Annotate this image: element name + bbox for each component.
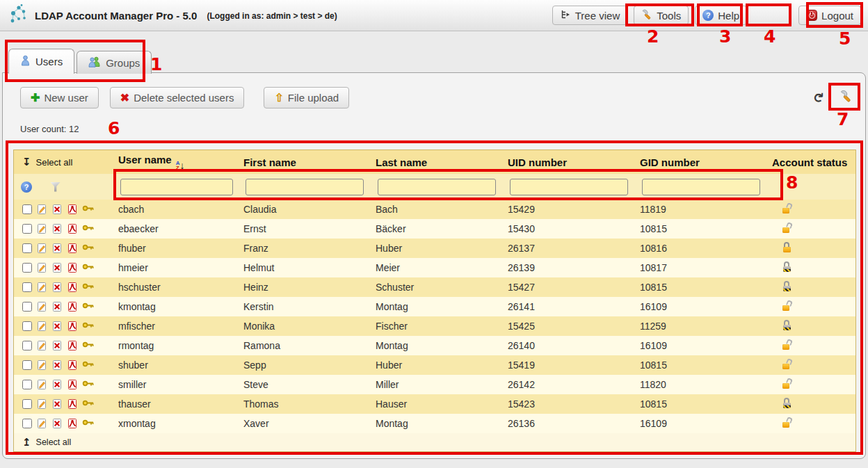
filter-input-username[interactable]: [120, 179, 233, 195]
password-key-icon[interactable]: [82, 379, 93, 390]
edit-user-icon[interactable]: [36, 204, 47, 215]
delete-selected-users-button[interactable]: ✖ Delete selected users: [110, 87, 245, 108]
password-key-icon[interactable]: [82, 340, 93, 351]
delete-user-icon[interactable]: [51, 204, 63, 215]
refresh-icon[interactable]: ↻: [811, 92, 827, 104]
pdf-icon[interactable]: [67, 262, 78, 273]
pdf-icon[interactable]: [67, 418, 78, 429]
cell-username[interactable]: mfischer: [116, 321, 241, 332]
edit-user-icon[interactable]: [36, 223, 47, 234]
tools-button[interactable]: Tools: [634, 6, 689, 25]
password-key-icon[interactable]: [82, 223, 93, 234]
cell-username[interactable]: ebaecker: [116, 223, 241, 234]
edit-user-icon[interactable]: [36, 321, 47, 332]
cell-username[interactable]: rmontag: [116, 340, 241, 351]
sort-az-icon[interactable]: AZ↓: [176, 160, 185, 171]
password-key-icon[interactable]: [82, 321, 93, 332]
delete-user-icon[interactable]: [51, 379, 63, 390]
row-checkbox[interactable]: [22, 341, 32, 350]
edit-user-icon[interactable]: [36, 398, 47, 410]
delete-user-icon[interactable]: [51, 282, 63, 293]
filter-input-lastname[interactable]: [378, 179, 496, 195]
delete-user-icon[interactable]: [51, 223, 63, 234]
filter-input-firstname[interactable]: [246, 179, 364, 195]
cell-username[interactable]: hschuster: [116, 282, 241, 293]
select-all-bottom[interactable]: ↥ Select all: [14, 433, 855, 451]
password-key-icon[interactable]: [82, 360, 93, 371]
edit-user-icon[interactable]: [36, 301, 47, 312]
edit-user-icon[interactable]: [36, 282, 47, 293]
cell-username[interactable]: kmontag: [116, 301, 241, 312]
pdf-icon[interactable]: [67, 243, 78, 254]
pdf-icon[interactable]: [67, 301, 78, 312]
help-button[interactable]: ? Help: [695, 6, 747, 25]
new-user-button[interactable]: ✚ New user: [20, 87, 99, 108]
row-checkbox[interactable]: [22, 302, 32, 312]
list-settings-icon[interactable]: [839, 90, 853, 106]
row-checkbox[interactable]: [22, 282, 32, 292]
password-key-icon[interactable]: [82, 204, 93, 215]
delete-icon: ✖: [120, 91, 129, 104]
tab-users[interactable]: Users: [8, 49, 74, 74]
tree-view-button[interactable]: Tree view: [552, 6, 627, 25]
row-checkbox[interactable]: [22, 204, 32, 214]
edit-user-icon[interactable]: [36, 418, 47, 429]
edit-user-icon[interactable]: [36, 262, 47, 273]
password-key-icon[interactable]: [82, 243, 93, 254]
pdf-icon[interactable]: [67, 340, 78, 351]
edit-user-icon[interactable]: [36, 360, 47, 371]
row-checkbox[interactable]: [22, 243, 32, 253]
cell-username[interactable]: xmontag: [116, 418, 241, 429]
pdf-icon[interactable]: [67, 360, 78, 371]
row-checkbox[interactable]: [22, 399, 32, 409]
cell-uid: 26137: [506, 243, 638, 254]
row-checkbox[interactable]: [22, 419, 32, 428]
cell-lastname: Montag: [373, 418, 506, 429]
cell-username[interactable]: hmeier: [116, 262, 241, 273]
password-key-icon[interactable]: [82, 301, 93, 312]
password-key-icon[interactable]: [82, 398, 93, 410]
cell-firstname: Claudia: [241, 204, 373, 215]
cell-username[interactable]: smiller: [116, 379, 241, 390]
pdf-icon[interactable]: [67, 398, 78, 410]
delete-user-icon[interactable]: [51, 301, 63, 312]
cell-username[interactable]: shuber: [116, 360, 241, 371]
filter-help-icon[interactable]: ?: [21, 181, 32, 193]
pdf-icon[interactable]: [67, 321, 78, 332]
password-key-icon[interactable]: [82, 262, 93, 273]
edit-user-icon[interactable]: [36, 243, 47, 254]
select-all-top[interactable]: ↧ Select all: [14, 156, 116, 168]
user-icon: [20, 55, 31, 68]
delete-user-icon[interactable]: [51, 398, 63, 410]
password-key-icon[interactable]: [82, 418, 93, 429]
pdf-icon[interactable]: [67, 282, 78, 293]
delete-user-icon[interactable]: [51, 340, 63, 351]
filter-input-gid[interactable]: [642, 179, 760, 195]
delete-user-icon[interactable]: [51, 360, 63, 371]
cell-username[interactable]: thauser: [116, 398, 241, 410]
delete-user-icon[interactable]: [51, 262, 63, 273]
pdf-icon[interactable]: [67, 204, 78, 215]
pdf-icon[interactable]: [67, 223, 78, 234]
filter-input-uid[interactable]: [510, 179, 628, 195]
delete-user-icon[interactable]: [51, 418, 63, 429]
row-checkbox[interactable]: [22, 360, 32, 370]
row-checkbox[interactable]: [22, 263, 32, 273]
row-checkbox[interactable]: [22, 224, 32, 234]
delete-user-icon[interactable]: [51, 243, 63, 254]
password-key-icon[interactable]: [82, 282, 93, 293]
row-checkbox[interactable]: [22, 380, 32, 389]
select-all-up-icon: ↥: [22, 436, 31, 449]
filter-funnel-icon[interactable]: [50, 182, 61, 192]
logout-button[interactable]: Logout: [798, 6, 861, 25]
file-upload-button[interactable]: ⇧ File upload: [264, 87, 349, 108]
row-checkbox[interactable]: [22, 321, 32, 331]
pdf-icon[interactable]: [67, 379, 78, 390]
edit-user-icon[interactable]: [36, 340, 47, 351]
tab-groups[interactable]: Groups: [77, 51, 152, 74]
cell-username[interactable]: cbach: [116, 204, 241, 215]
cell-username[interactable]: fhuber: [116, 243, 241, 254]
delete-user-icon[interactable]: [51, 321, 63, 332]
account-status-icon: [782, 359, 793, 369]
edit-user-icon[interactable]: [36, 379, 47, 390]
